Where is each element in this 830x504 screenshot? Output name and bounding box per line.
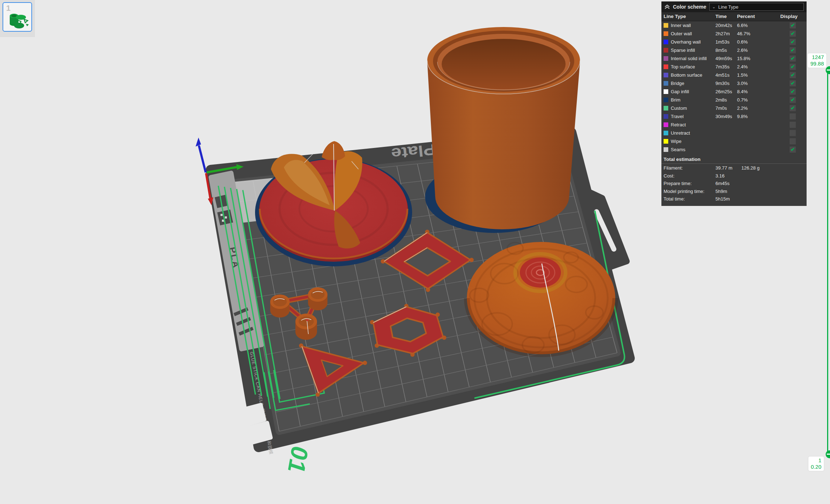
chevron-down-icon: ⌄	[712, 5, 716, 9]
line-type-time: 9m30s	[715, 81, 729, 86]
line-type-label: Brim	[671, 97, 680, 103]
tripod-cup	[295, 314, 317, 340]
display-checkbox[interactable]: ✔	[790, 105, 796, 111]
check-icon: ✔	[791, 147, 795, 152]
line-type-percent: 2.4%	[737, 64, 748, 69]
check-icon: ✔	[791, 80, 795, 86]
line-type-time: 8m5s	[715, 48, 727, 53]
display-checkbox[interactable]	[790, 113, 796, 120]
line-type-label: Gap infill	[671, 89, 689, 94]
tripod-cup	[308, 287, 327, 310]
line-type-row[interactable]: Unretract	[661, 129, 807, 137]
line-type-label: Wipe	[671, 139, 682, 144]
estimation-row: Total time:5h15m	[661, 195, 807, 203]
display-checkbox[interactable]	[790, 122, 796, 128]
line-type-color-swatch	[664, 81, 668, 86]
line-type-row[interactable]: Inner wall20m42s6.6%✔	[661, 21, 807, 30]
line-type-color-swatch	[664, 23, 668, 28]
line-type-label: Retract	[671, 122, 686, 127]
display-checkbox[interactable]: ✔	[790, 97, 796, 103]
axis-z-arrow	[196, 138, 201, 147]
line-type-row[interactable]: Internal solid infill49m59s15.8%✔	[661, 54, 807, 63]
check-icon: ✔	[791, 105, 795, 111]
estimation-row: Model printing time:5h9m	[661, 187, 807, 195]
line-type-row[interactable]: Custom7m0s2.2%✔	[661, 104, 807, 112]
collapse-panel-icon[interactable]	[664, 4, 670, 9]
line-type-label: Internal solid infill	[671, 56, 707, 61]
display-checkbox[interactable]: ✔	[790, 147, 796, 153]
model-cylinder[interactable]	[425, 27, 580, 233]
layer-slider-top-tooltip: 1247 99.88	[808, 53, 826, 68]
estimation-row: Prepare time:6m45s	[661, 179, 807, 187]
line-type-label: Overhang wall	[671, 39, 701, 45]
display-checkbox[interactable]: ✔	[790, 89, 796, 95]
line-type-label: Travel	[671, 114, 684, 119]
line-type-row[interactable]: Bottom surface4m51s1.5%✔	[661, 71, 807, 79]
line-type-row[interactable]: Gap infill26m25s8.4%✔	[661, 87, 807, 96]
display-checkbox[interactable]: ✔	[790, 39, 796, 45]
line-type-label: Top surface	[671, 64, 695, 69]
line-type-label: Unretract	[671, 130, 690, 136]
display-checkbox[interactable]	[790, 138, 796, 144]
display-checkbox[interactable]: ✔	[790, 22, 796, 28]
plate-thumbnail[interactable]: 1	[3, 2, 32, 32]
display-checkbox[interactable]: ✔	[790, 72, 796, 78]
line-type-time: 26m25s	[715, 89, 732, 94]
line-type-label: Seams	[671, 147, 685, 152]
estimation-row: Cost:3.16	[661, 172, 807, 180]
display-checkbox[interactable]	[790, 130, 796, 136]
line-type-time: 2h27m	[715, 31, 730, 36]
line-type-color-swatch	[664, 40, 668, 44]
line-type-row[interactable]: Overhang wall1m53s0.6%✔	[661, 38, 807, 46]
line-type-percent: 9.8%	[737, 114, 748, 119]
line-type-row[interactable]: Sparse infill8m5s2.6%✔	[661, 46, 807, 54]
line-type-percent: 46.7%	[737, 31, 750, 36]
estimation-label: Total time:	[664, 196, 685, 202]
tripod-cup	[270, 294, 290, 318]
line-type-time: 4m51s	[715, 72, 729, 78]
color-scheme-panel: Color scheme ⌄ Line Type Line Type Time …	[661, 1, 807, 206]
plate-corner-cutout	[244, 405, 264, 424]
model-dome[interactable]	[467, 242, 615, 354]
line-type-row[interactable]: Outer wall2h27m46.7%✔	[661, 30, 807, 38]
plate-corner-cutout	[249, 423, 271, 443]
line-type-time: 1m53s	[715, 39, 729, 45]
panel-title: Color scheme	[673, 4, 706, 10]
top-layer-number: 1247	[810, 54, 824, 60]
line-type-table: Inner wall20m42s6.6%✔Outer wall2h27m46.7…	[661, 21, 807, 154]
total-estimation-table: Filament:39.77 m126.28 gCost:3.16Prepare…	[661, 164, 807, 203]
line-type-label: Bottom surface	[671, 72, 702, 78]
line-type-color-swatch	[664, 98, 668, 102]
line-type-time: 49m59s	[715, 56, 732, 61]
line-type-row[interactable]: Travel30m49s9.8%	[661, 112, 807, 121]
line-type-row[interactable]: Brim2m8s0.7%✔	[661, 96, 807, 104]
line-type-row[interactable]: Retract	[661, 121, 807, 129]
estimation-label: Model printing time:	[664, 189, 704, 194]
color-scheme-dropdown[interactable]: ⌄ Line Type	[709, 3, 804, 11]
top-layer-height: 99.88	[810, 60, 824, 67]
line-type-color-swatch	[664, 131, 668, 135]
line-type-time: 7m0s	[715, 105, 727, 111]
display-checkbox[interactable]: ✔	[790, 47, 796, 53]
display-checkbox[interactable]: ✔	[790, 55, 796, 62]
line-type-row[interactable]: Bridge9m30s3.0%✔	[661, 79, 807, 87]
estimation-label: Prepare time:	[664, 181, 692, 186]
line-type-label: Outer wall	[671, 31, 692, 36]
line-type-color-swatch	[664, 122, 668, 127]
estimation-value: 5h9m	[715, 189, 727, 194]
check-icon: ✔	[791, 64, 795, 69]
line-type-color-swatch	[664, 64, 668, 69]
display-checkbox[interactable]: ✔	[790, 80, 796, 86]
layer-slider-track[interactable]	[827, 71, 828, 453]
line-type-row[interactable]: Top surface7m35s2.4%✔	[661, 63, 807, 71]
layer-slider-bottom-tooltip: 1 0.20	[808, 456, 824, 471]
line-type-time: 30m49s	[715, 114, 732, 119]
estimation-label: Cost:	[664, 173, 674, 179]
line-type-color-swatch	[664, 139, 668, 144]
display-checkbox[interactable]: ✔	[790, 64, 796, 70]
line-type-row[interactable]: Wipe	[661, 137, 807, 145]
line-type-row[interactable]: Seams✔	[661, 145, 807, 154]
line-type-color-swatch	[664, 106, 668, 111]
line-type-color-swatch	[664, 89, 668, 94]
display-checkbox[interactable]: ✔	[790, 31, 796, 37]
